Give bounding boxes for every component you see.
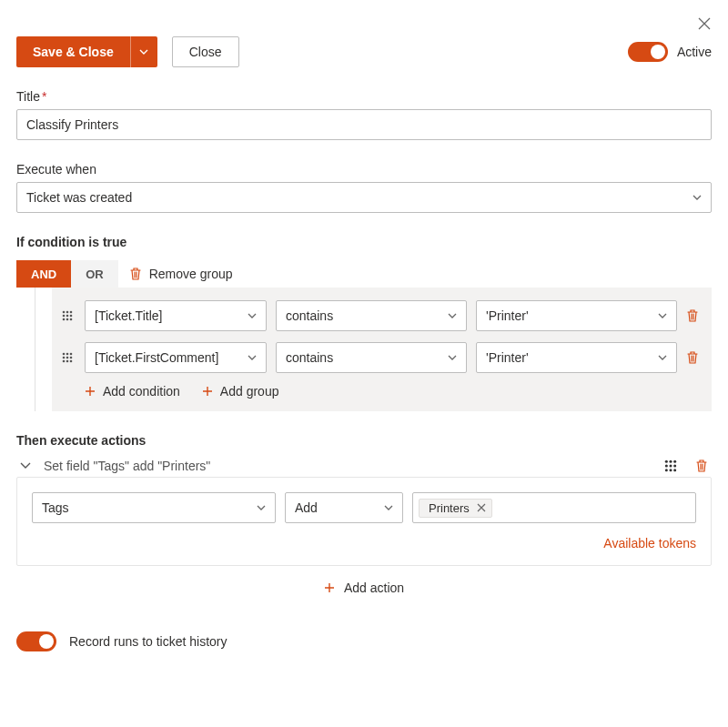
svg-point-24 xyxy=(665,469,668,471)
delete-action-button[interactable] xyxy=(695,459,708,473)
tag-chip-label: Printers xyxy=(429,501,470,515)
svg-point-5 xyxy=(70,315,73,318)
svg-point-13 xyxy=(66,357,69,359)
svg-point-20 xyxy=(673,460,676,463)
trash-icon xyxy=(129,267,142,281)
remove-group-button[interactable]: Remove group xyxy=(129,267,233,281)
active-toggle[interactable] xyxy=(628,42,668,62)
drag-handle-icon[interactable] xyxy=(59,310,76,321)
svg-point-10 xyxy=(66,353,69,356)
svg-point-8 xyxy=(70,318,73,321)
add-group-button[interactable]: Add group xyxy=(202,384,279,399)
title-input[interactable] xyxy=(16,109,712,140)
delete-condition-button[interactable] xyxy=(686,308,699,323)
condition-operator-value: contains xyxy=(286,350,333,365)
condition-operator-select[interactable]: contains xyxy=(276,300,467,331)
plus-icon xyxy=(202,386,213,397)
save-close-group: Save & Close xyxy=(16,36,157,67)
add-action-button[interactable]: Add action xyxy=(16,566,712,595)
add-action-label: Add action xyxy=(344,581,404,595)
available-tokens-link[interactable]: Available tokens xyxy=(32,536,696,550)
drag-handle-icon[interactable] xyxy=(664,459,677,472)
save-close-button[interactable]: Save & Close xyxy=(16,36,130,67)
remove-tag-button[interactable] xyxy=(477,503,486,512)
header-row: Save & Close Close Active xyxy=(16,36,712,67)
plus-icon xyxy=(85,386,96,397)
action-summary: Set field "Tags" add "Printers" xyxy=(44,459,210,473)
or-button[interactable]: OR xyxy=(71,260,118,288)
svg-point-0 xyxy=(63,311,66,314)
chevron-down-icon xyxy=(693,195,702,200)
required-star: * xyxy=(42,89,46,104)
close-icon[interactable] xyxy=(697,16,712,31)
action-value-input[interactable]: Printers xyxy=(412,492,696,523)
svg-point-1 xyxy=(66,311,69,314)
svg-point-15 xyxy=(63,360,66,363)
active-label: Active xyxy=(677,45,712,59)
add-condition-label: Add condition xyxy=(103,384,180,399)
condition-operator-value: contains xyxy=(286,308,333,323)
svg-point-6 xyxy=(63,318,66,321)
drag-handle-icon[interactable] xyxy=(59,352,76,363)
chevron-down-icon xyxy=(658,313,667,318)
svg-point-3 xyxy=(63,315,66,318)
action-field-value: Tags xyxy=(42,500,69,515)
condition-field-value: [Ticket.Title] xyxy=(95,308,162,323)
condition-value-select[interactable]: 'Printer' xyxy=(476,300,677,331)
condition-heading: If condition is true xyxy=(16,235,712,249)
svg-point-18 xyxy=(665,460,668,463)
action-body: Tags Add Printers Available tokens xyxy=(16,477,712,566)
condition-row: [Ticket.FirstComment] contains 'Printer' xyxy=(59,342,699,373)
actions-heading: Then execute actions xyxy=(16,433,712,448)
condition-row: [Ticket.Title] contains 'Printer' xyxy=(59,300,699,331)
svg-point-11 xyxy=(70,353,73,356)
condition-value-select[interactable]: 'Printer' xyxy=(476,342,677,373)
execute-when-select[interactable]: Ticket was created xyxy=(16,182,712,213)
action-operation-select[interactable]: Add xyxy=(285,492,403,523)
plus-icon xyxy=(324,582,335,593)
close-button[interactable]: Close xyxy=(172,36,239,67)
execute-when-value: Ticket was created xyxy=(26,190,132,205)
condition-field-value: [Ticket.FirstComment] xyxy=(95,350,218,365)
svg-point-12 xyxy=(63,357,66,359)
record-runs-toggle[interactable] xyxy=(16,631,56,651)
svg-point-17 xyxy=(70,360,73,363)
and-button[interactable]: AND xyxy=(16,260,71,288)
add-condition-button[interactable]: Add condition xyxy=(85,384,180,399)
action-operation-value: Add xyxy=(295,500,318,515)
chevron-down-icon xyxy=(139,49,148,55)
delete-condition-button[interactable] xyxy=(686,350,699,365)
svg-point-16 xyxy=(66,360,69,363)
save-close-dropdown-button[interactable] xyxy=(130,36,157,67)
remove-group-label: Remove group xyxy=(149,267,233,281)
condition-field-select[interactable]: [Ticket.FirstComment] xyxy=(85,342,267,373)
svg-point-2 xyxy=(70,311,73,314)
chevron-down-icon xyxy=(248,355,257,360)
add-group-label: Add group xyxy=(220,384,279,399)
condition-value-text: 'Printer' xyxy=(486,308,529,323)
svg-point-23 xyxy=(673,464,676,467)
collapse-action-button[interactable] xyxy=(20,462,31,470)
svg-point-25 xyxy=(669,469,672,471)
svg-point-19 xyxy=(669,460,672,463)
tag-chip: Printers xyxy=(419,499,492,518)
record-runs-label: Record runs to ticket history xyxy=(69,634,228,649)
chevron-down-icon xyxy=(248,313,257,318)
title-label: Title* xyxy=(16,89,712,104)
svg-point-4 xyxy=(66,315,69,318)
condition-group: [Ticket.Title] contains 'Printer' xyxy=(52,288,712,411)
svg-point-22 xyxy=(669,464,672,467)
condition-field-select[interactable]: [Ticket.Title] xyxy=(85,300,267,331)
condition-value-text: 'Printer' xyxy=(486,350,529,365)
svg-point-9 xyxy=(63,353,66,356)
chevron-down-icon xyxy=(257,505,266,510)
chevron-down-icon xyxy=(448,355,457,360)
chevron-down-icon xyxy=(658,355,667,360)
svg-point-7 xyxy=(66,318,69,321)
svg-point-21 xyxy=(665,464,668,467)
svg-point-26 xyxy=(673,469,676,471)
condition-operator-select[interactable]: contains xyxy=(276,342,467,373)
svg-point-14 xyxy=(70,357,73,359)
action-field-select[interactable]: Tags xyxy=(32,492,276,523)
execute-when-label: Execute when xyxy=(16,162,712,177)
